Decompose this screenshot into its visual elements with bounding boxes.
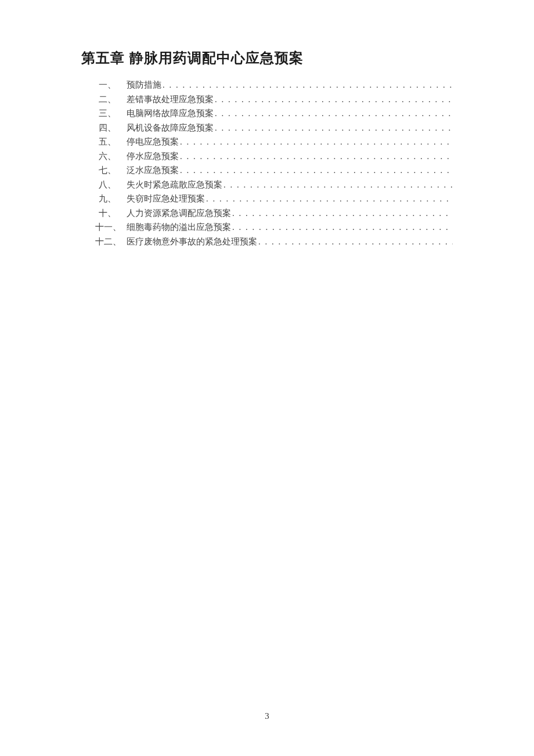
toc-label: 停水应急预案 xyxy=(127,149,179,164)
toc-number: 六、 xyxy=(99,149,127,164)
toc-leader-dots: . . . . . . . . . . . . . . . . . . . . … xyxy=(179,149,453,164)
toc-label: 细胞毒药物的溢出应急预案 xyxy=(127,220,231,235)
toc-entry: 三、 电脑网络故障应急预案 . . . . . . . . . . . . . … xyxy=(99,106,453,121)
toc-number: 十二、 xyxy=(95,235,127,249)
toc-entry: 十二、 医疗废物意外事故的紧急处理预案 . . . . . . . . . . … xyxy=(99,235,453,249)
toc-leader-dots: . . . . . . . . . . . . . . . . . . . . … xyxy=(161,78,453,92)
toc-label: 差错事故处理应急预案 xyxy=(127,92,214,107)
toc-entry: 六、 停水应急预案 . . . . . . . . . . . . . . . … xyxy=(99,149,453,164)
toc-label: 人力资源紧急调配应急预案 xyxy=(127,206,231,221)
table-of-contents: 一、 预防措施 . . . . . . . . . . . . . . . . … xyxy=(99,78,453,249)
toc-leader-dots: . . . . . . . . . . . . . . . . . . . . … xyxy=(214,121,453,135)
toc-entry: 四、 风机设备故障应急预案 . . . . . . . . . . . . . … xyxy=(99,121,453,135)
toc-label: 预防措施 xyxy=(127,78,161,92)
toc-number: 七、 xyxy=(99,163,127,178)
toc-entry: 五、 停电应急预案 . . . . . . . . . . . . . . . … xyxy=(99,135,453,149)
toc-number: 九、 xyxy=(99,192,127,206)
toc-leader-dots: . . . . . . . . . . . . . . . . . . . . … xyxy=(222,178,453,192)
toc-number: 八、 xyxy=(99,178,127,192)
toc-entry: 八、 失火时紧急疏散应急预案 . . . . . . . . . . . . .… xyxy=(99,178,453,192)
toc-number: 十一、 xyxy=(95,220,127,235)
chapter-title: 第五章 静脉用药调配中心应急预案 xyxy=(81,49,453,67)
toc-number: 五、 xyxy=(99,135,127,149)
toc-number: 三、 xyxy=(99,106,127,121)
toc-leader-dots: . . . . . . . . . . . . . . . . . . . . … xyxy=(179,135,453,149)
toc-leader-dots: . . . . . . . . . . . . . . . . . . . . … xyxy=(231,220,453,235)
toc-entry: 二、 差错事故处理应急预案 . . . . . . . . . . . . . … xyxy=(99,92,453,107)
toc-label: 失火时紧急疏散应急预案 xyxy=(127,178,222,192)
document-page: 第五章 静脉用药调配中心应急预案 一、 预防措施 . . . . . . . .… xyxy=(0,0,534,756)
toc-leader-dots: . . . . . . . . . . . . . . . . . . . . … xyxy=(257,235,453,249)
toc-number: 二、 xyxy=(99,92,127,107)
toc-label: 医疗废物意外事故的紧急处理预案 xyxy=(127,235,257,249)
toc-label: 失窃时应急处理预案 xyxy=(127,192,205,206)
toc-label: 风机设备故障应急预案 xyxy=(127,121,214,135)
toc-number: 四、 xyxy=(99,121,127,135)
toc-label: 电脑网络故障应急预案 xyxy=(127,106,214,121)
toc-leader-dots: . . . . . . . . . . . . . . . . . . . . … xyxy=(179,163,453,178)
toc-leader-dots: . . . . . . . . . . . . . . . . . . . . … xyxy=(214,106,453,121)
toc-number: 十、 xyxy=(99,206,127,221)
toc-leader-dots: . . . . . . . . . . . . . . . . . . . . … xyxy=(231,206,453,221)
toc-label: 停电应急预案 xyxy=(127,135,179,149)
toc-leader-dots: . . . . . . . . . . . . . . . . . . . . … xyxy=(214,92,453,107)
toc-entry: 十、 人力资源紧急调配应急预案 . . . . . . . . . . . . … xyxy=(99,206,453,221)
toc-label: 泛水应急预案 xyxy=(127,163,179,178)
toc-entry: 一、 预防措施 . . . . . . . . . . . . . . . . … xyxy=(99,78,453,92)
page-number: 3 xyxy=(0,711,534,721)
toc-entry: 七、 泛水应急预案 . . . . . . . . . . . . . . . … xyxy=(99,163,453,178)
toc-number: 一、 xyxy=(99,78,127,92)
toc-entry: 十一、 细胞毒药物的溢出应急预案 . . . . . . . . . . . .… xyxy=(99,220,453,235)
toc-leader-dots: . . . . . . . . . . . . . . . . . . . . … xyxy=(205,192,453,206)
toc-entry: 九、 失窃时应急处理预案 . . . . . . . . . . . . . .… xyxy=(99,192,453,206)
